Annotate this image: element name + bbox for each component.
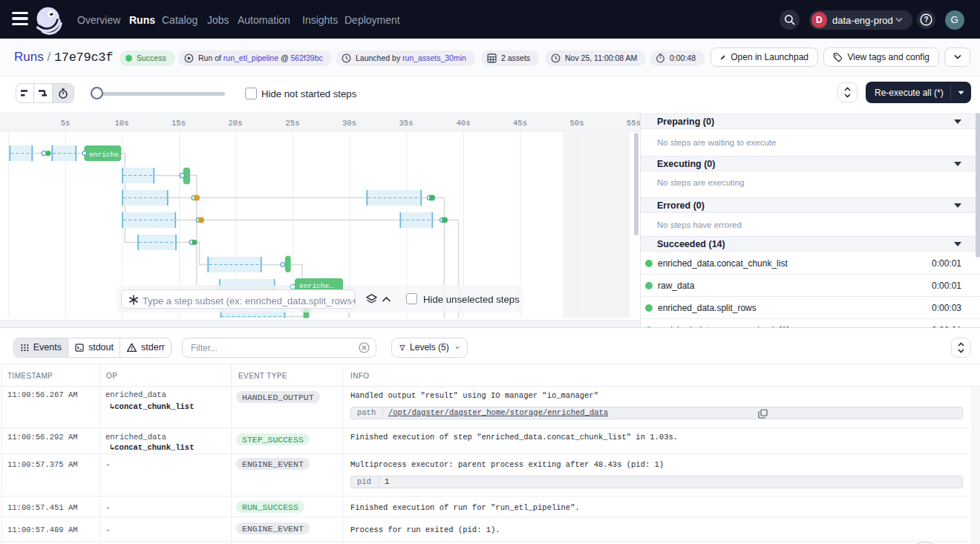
svg-text:35s: 35s <box>399 119 414 128</box>
svg-text:?: ? <box>924 16 928 24</box>
svg-text:55s: 55s <box>627 119 640 128</box>
svg-text:5s: 5s <box>61 119 71 128</box>
svg-text:45s: 45s <box>513 119 527 128</box>
svg-text:20s: 20s <box>229 119 243 128</box>
svg-text:enriche…: enriche… <box>89 151 123 159</box>
svg-text:25s: 25s <box>286 119 300 128</box>
svg-text:50s: 50s <box>570 119 584 128</box>
svg-text:10s: 10s <box>115 119 129 128</box>
svg-text:30s: 30s <box>342 119 356 128</box>
svg-text:15s: 15s <box>172 119 186 128</box>
svg-text:40s: 40s <box>457 119 471 128</box>
